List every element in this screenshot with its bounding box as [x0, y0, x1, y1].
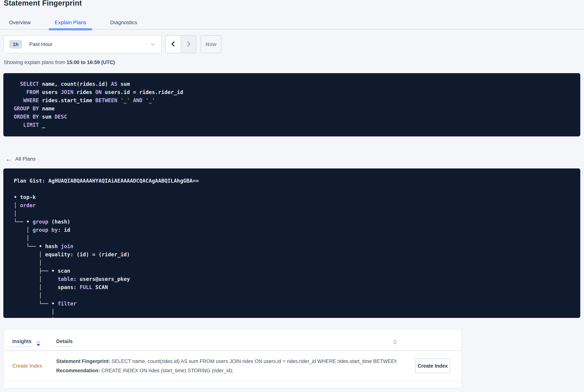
code-line: │ table: users@users_pkey: [14, 275, 573, 283]
code-line: │ group by: id: [14, 226, 573, 234]
chevron-right-icon: [185, 41, 192, 48]
sort-down-arrow: [393, 342, 397, 345]
code-line: Plan Gist: AgHUAQIABQAAAAHYAQIAiAEAAAADC…: [14, 177, 573, 185]
back-arrow-icon: ←: [5, 156, 12, 162]
column-header-insights[interactable]: Insights: [12, 338, 56, 347]
code-line: │: [14, 292, 573, 300]
insight-type-link[interactable]: Create Index: [12, 363, 42, 369]
sort-icon[interactable]: [393, 339, 397, 345]
next-time-window-button[interactable]: [181, 36, 196, 53]
recommendation-text: Recommendation: CREATE INDEX ON rides (s…: [56, 366, 397, 375]
sort-up-arrow: [393, 339, 397, 342]
code-line: │ equality: (id) = (rider_id): [14, 250, 573, 259]
previous-time-window-button[interactable]: [166, 36, 181, 53]
code-line: │: [14, 259, 573, 267]
code-line: ├── • scan: [14, 267, 573, 275]
time-range-summary: Showing explain plans from 15:00 to 16:5…: [4, 60, 115, 65]
code-line: SELECT name, count(rides.id) AS sum: [14, 80, 573, 88]
code-line: ORDER BY sum DESC: [14, 113, 573, 121]
tab-explain-plans[interactable]: Explain Plans: [48, 16, 92, 29]
code-line: └── • hash join: [14, 242, 573, 250]
code-line: [14, 185, 573, 193]
statement-sql-box: SELECT name, count(rides.id) AS sum FROM…: [3, 73, 580, 136]
tab-bar: Overview Explain Plans Diagnostics: [3, 16, 155, 29]
table-row: Create Index Statement Fingerprint: SELE…: [4, 351, 461, 382]
insights-table-header: Insights Details: [4, 330, 461, 351]
time-range-value: 15:00 to 16:59 (UTC): [67, 60, 115, 65]
code-line: • top-k: [14, 193, 573, 202]
chevron-left-icon: [170, 41, 176, 48]
code-line: GROUP BY name: [14, 104, 573, 113]
time-window-nav: [165, 35, 196, 53]
create-index-button[interactable]: Create Index: [415, 359, 450, 373]
code-line: └── • group (hash): [14, 218, 573, 226]
insight-details-cell: Statement Fingerprint: SELECT name, coun…: [56, 357, 397, 375]
details-column-label: Details: [56, 338, 73, 347]
all-plans-label: All Plans: [15, 156, 35, 162]
sort-up-arrow: [36, 341, 40, 343]
tab-overview[interactable]: Overview: [3, 16, 37, 29]
code-line: │: [14, 308, 573, 316]
code-line: │ spans: FULL SCAN: [14, 283, 573, 292]
code-line: WHERE rides.start_time BETWEEN '_' AND '…: [14, 96, 573, 104]
code-line: │: [14, 234, 573, 242]
code-line: │: [14, 210, 573, 218]
time-range-select[interactable]: 1h Past Hour: [3, 35, 161, 53]
page-title: Statement Fingerprint: [4, 0, 82, 7]
column-header-details[interactable]: Details: [56, 338, 397, 347]
statement-fingerprint-text: Statement Fingerprint: SELECT name, coun…: [56, 357, 397, 366]
code-line: │: [14, 316, 573, 318]
back-to-all-plans-link[interactable]: ← All Plans: [5, 156, 35, 162]
now-button[interactable]: Now: [201, 35, 221, 53]
code-line: └── • filter: [14, 300, 573, 308]
time-range-badge: 1h: [9, 40, 22, 48]
time-range-label: Past Hour: [29, 41, 52, 47]
code-line: LIMIT _: [14, 121, 573, 129]
explain-plan-box: Plan Gist: AgHUAQIABQAAAAHYAQIAiAEAAAADC…: [3, 168, 580, 318]
tab-bar-divider: [0, 29, 584, 30]
sort-icon[interactable]: [36, 341, 40, 346]
tab-diagnostics[interactable]: Diagnostics: [104, 16, 143, 29]
chevron-down-icon: [150, 42, 156, 47]
sort-down-arrow: [36, 344, 40, 346]
code-line: │ order: [14, 202, 573, 210]
insights-panel: Insights Details Create Index Statement …: [4, 330, 461, 388]
insights-column-label: Insights: [12, 338, 32, 347]
code-line: FROM users JOIN rides ON users.id = ride…: [14, 88, 573, 96]
